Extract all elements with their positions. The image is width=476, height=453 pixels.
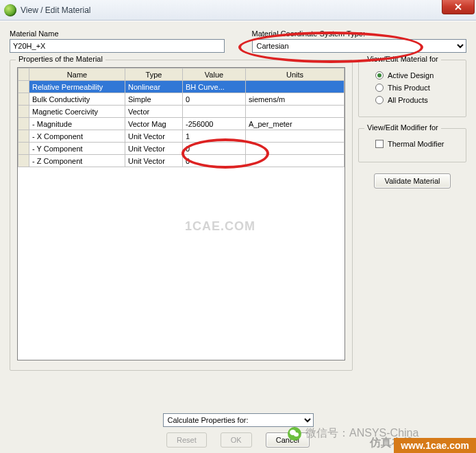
cell-value[interactable]: BH Curve... — [183, 81, 246, 93]
close-icon — [455, 3, 462, 10]
cell-units[interactable]: A_per_meter — [246, 118, 345, 130]
view-edit-material-group: View/Edit Material for Active Design Thi… — [358, 60, 466, 117]
row-handle[interactable] — [18, 118, 29, 130]
window-title: View / Edit Material — [21, 5, 91, 15]
cell-type[interactable]: Vector — [125, 106, 183, 118]
radio-active-design[interactable]: Active Design — [375, 71, 459, 79]
cell-units[interactable]: siemens/m — [246, 93, 345, 106]
cell-units[interactable] — [246, 106, 345, 118]
radio-all-products[interactable]: All Products — [375, 96, 459, 104]
cell-value[interactable]: 1 — [183, 130, 246, 143]
properties-table[interactable]: Name Type Value Units Relative Permeabil… — [18, 68, 345, 167]
col-type[interactable]: Type — [125, 69, 183, 81]
view-edit-modifier-group: View/Edit Modifier for Thermal Modifier — [358, 128, 466, 162]
cell-type[interactable]: Unit Vector — [125, 143, 183, 155]
row-handle[interactable] — [18, 130, 29, 143]
cell-type[interactable]: Nonlinear — [125, 81, 183, 93]
properties-table-wrap: Name Type Value Units Relative Permeabil… — [17, 67, 345, 360]
col-name[interactable]: Name — [29, 69, 125, 81]
cell-units[interactable] — [246, 143, 345, 155]
cell-name[interactable]: - Z Component — [29, 155, 125, 167]
close-button[interactable] — [442, 0, 475, 14]
thermal-modifier-check[interactable]: Thermal Modifier — [375, 140, 459, 148]
radio-icon — [375, 96, 384, 104]
validate-button[interactable]: Validate Material — [374, 173, 450, 188]
radio-this-product-label: This Product — [388, 84, 430, 92]
table-row[interactable]: - MagnitudeVector Mag-256000A_per_meter — [18, 118, 345, 130]
table-row[interactable]: - X ComponentUnit Vector1 — [18, 130, 345, 143]
checkbox-icon — [375, 140, 384, 148]
table-row[interactable]: - Y ComponentUnit Vector0 — [18, 143, 345, 155]
dialog-body: Material Name Material Coordinate System… — [0, 21, 476, 453]
col-value[interactable]: Value — [183, 69, 246, 81]
row-handle[interactable] — [18, 93, 29, 106]
reset-button[interactable]: Reset — [166, 432, 207, 448]
cell-name[interactable]: - X Component — [29, 130, 125, 143]
row-handle[interactable] — [18, 155, 29, 167]
cell-type[interactable]: Simple — [125, 93, 183, 106]
cell-value[interactable]: 0 — [183, 93, 246, 106]
radio-icon — [375, 71, 384, 79]
cell-type[interactable]: Vector Mag — [125, 118, 183, 130]
cell-name[interactable]: - Y Component — [29, 143, 125, 155]
table-row[interactable]: Bulk ConductivitySimple0siemens/m — [18, 93, 345, 106]
table-row[interactable]: - Z ComponentUnit Vector0 — [18, 155, 345, 167]
radio-icon — [375, 84, 384, 92]
cell-name[interactable]: - Magnitude — [29, 118, 125, 130]
row-handle[interactable] — [18, 81, 29, 93]
table-row[interactable]: Magnetic CoercivityVector — [18, 106, 345, 118]
cell-name[interactable]: Bulk Conductivity — [29, 93, 125, 106]
radio-active-design-label: Active Design — [388, 71, 434, 79]
coord-system-label: Material Coordinate System Type: — [252, 29, 467, 38]
cell-type[interactable]: Unit Vector — [125, 155, 183, 167]
cell-value[interactable]: 0 — [183, 143, 246, 155]
titlebar: View / Edit Material — [0, 0, 476, 21]
cell-value[interactable] — [183, 106, 246, 118]
row-handle[interactable] — [18, 143, 29, 155]
cell-value[interactable]: 0 — [183, 155, 246, 167]
view-edit-material-legend: View/Edit Material for — [364, 55, 441, 63]
radio-this-product[interactable]: This Product — [375, 84, 459, 92]
cell-value[interactable]: -256000 — [183, 118, 246, 130]
table-row[interactable]: Relative PermeabilityNonlinearBH Curve..… — [18, 81, 345, 93]
ok-button[interactable]: OK — [221, 432, 252, 448]
cell-type[interactable]: Unit Vector — [125, 130, 183, 143]
radio-all-products-label: All Products — [388, 96, 428, 104]
cell-name[interactable]: Relative Permeability — [29, 81, 125, 93]
coord-system-select[interactable]: Cartesian — [252, 39, 467, 53]
app-icon — [4, 4, 16, 16]
cell-units[interactable] — [246, 81, 345, 93]
properties-group: Properties of the Material Name Type Val… — [10, 60, 353, 371]
calc-properties-select[interactable]: Calculate Properties for: — [163, 413, 314, 427]
material-name-input[interactable] — [10, 39, 225, 53]
row-handle[interactable] — [18, 106, 29, 118]
properties-legend: Properties of the Material — [16, 55, 105, 63]
cell-name[interactable]: Magnetic Coercivity — [29, 106, 125, 118]
material-name-label: Material Name — [10, 29, 225, 38]
row-header-blank — [18, 69, 29, 81]
cell-units[interactable] — [246, 155, 345, 167]
cell-units[interactable] — [246, 130, 345, 143]
thermal-modifier-label: Thermal Modifier — [388, 140, 444, 148]
cancel-button[interactable]: Cancel — [266, 432, 310, 448]
view-edit-modifier-legend: View/Edit Modifier for — [364, 123, 441, 132]
col-units[interactable]: Units — [246, 69, 345, 81]
